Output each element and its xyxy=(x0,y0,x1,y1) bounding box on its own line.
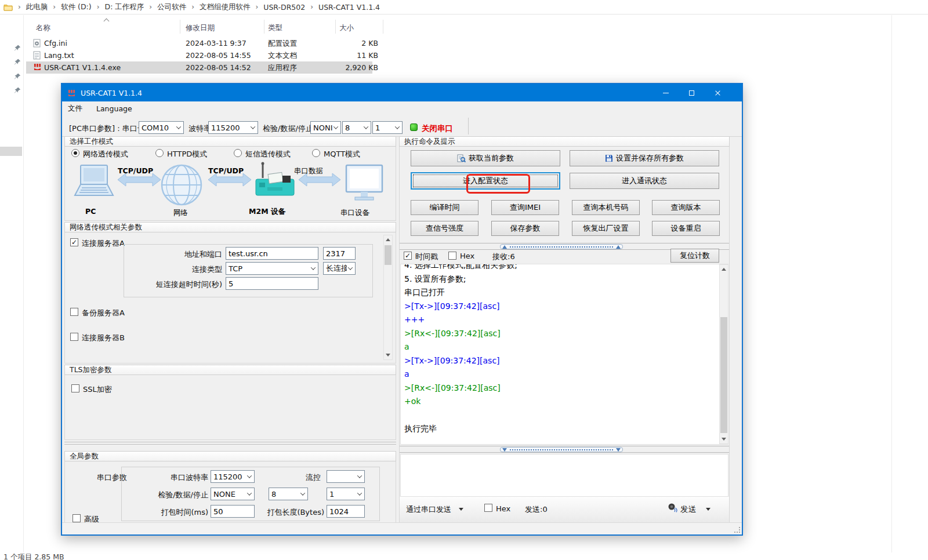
radio-httpd[interactable] xyxy=(155,149,164,157)
server-a-label[interactable]: 连接服务器A xyxy=(82,238,125,249)
chevron-down-icon[interactable] xyxy=(459,508,463,511)
recv-hex-label[interactable]: Hex xyxy=(460,252,474,260)
crumb-separator: › xyxy=(18,3,21,11)
packtime-input[interactable] xyxy=(211,505,255,518)
scroll-up-icon[interactable] xyxy=(720,266,728,274)
scroll-down-icon[interactable] xyxy=(720,435,728,443)
scroll-down-icon[interactable] xyxy=(384,351,392,359)
send-hex-label[interactable]: Hex xyxy=(496,504,510,513)
factory-reset-button[interactable]: 恢复出厂设置 xyxy=(572,221,640,236)
log-scrollbar[interactable] xyxy=(719,264,728,444)
column-header-name[interactable]: 名称 xyxy=(36,23,50,33)
column-divider[interactable] xyxy=(264,20,264,34)
ssl-checkbox[interactable] xyxy=(71,384,79,392)
stopbits-select[interactable]: 1 xyxy=(372,121,403,134)
column-divider[interactable] xyxy=(180,20,180,34)
breadcrumb-item[interactable]: 文档组使用软件 xyxy=(200,2,251,12)
conn-type-select[interactable]: TCP xyxy=(226,262,318,275)
save-all-button[interactable]: 设置并保存所有参数 xyxy=(570,150,719,166)
ssl-label[interactable]: SSL加密 xyxy=(83,384,112,395)
chevron-down-icon[interactable] xyxy=(706,508,710,511)
recv-hex-checkbox[interactable] xyxy=(448,252,456,260)
query-version-button[interactable]: 查询版本 xyxy=(652,200,720,215)
menu-file[interactable]: 文件 xyxy=(68,104,82,114)
timestamp-checkbox[interactable]: ✓ xyxy=(404,252,412,260)
enter-config-button[interactable]: 进入配置状态 xyxy=(411,172,560,190)
send-hex-checkbox[interactable] xyxy=(484,504,492,512)
timeout-input[interactable] xyxy=(226,277,318,290)
com-port-select[interactable]: COM10 xyxy=(139,121,184,134)
splitter-handle[interactable] xyxy=(400,446,729,453)
compile-time-button[interactable]: 编译时间 xyxy=(411,200,478,215)
column-header-type[interactable]: 类型 xyxy=(268,23,282,33)
global-parity-select[interactable]: NONE xyxy=(211,488,255,500)
table-row[interactable]: Cfg.ini 2024-03-11 9:37 配置设置 2 KB xyxy=(26,37,372,49)
splitter-arrow-icon xyxy=(502,245,507,249)
packlen-input[interactable] xyxy=(327,505,365,518)
column-divider[interactable] xyxy=(335,20,336,34)
breadcrumb-item[interactable]: USR-DR502 xyxy=(263,3,305,12)
reset-counter-button[interactable]: 复位计数 xyxy=(670,249,719,263)
resize-grip-dot xyxy=(739,527,740,528)
save-params-button[interactable]: 保存参数 xyxy=(491,221,559,236)
breadcrumb-item[interactable]: 软件 (D:) xyxy=(61,2,92,12)
server-port-input[interactable] xyxy=(323,247,356,260)
radio-mqtt[interactable] xyxy=(312,149,320,157)
query-imei-button[interactable]: 查询IMEI xyxy=(491,200,559,215)
databits-select[interactable]: 8 xyxy=(342,121,371,134)
column-header-date[interactable]: 修改日期 xyxy=(186,23,215,33)
server-address-input[interactable] xyxy=(226,247,318,260)
radio-sms-label[interactable]: 短信透传模式 xyxy=(245,149,291,159)
scrollbar-thumb[interactable] xyxy=(720,317,727,433)
send-button[interactable]: 发送 xyxy=(680,504,696,515)
log-output[interactable]: 4. 选择工作模式,配置相关参数; 5. 设置所有参数; 串口已打开 >[Tx-… xyxy=(400,264,728,445)
flow-select[interactable] xyxy=(327,470,365,483)
global-databits-select[interactable]: 8 xyxy=(269,488,308,500)
breadcrumb-item[interactable]: D: 工作程序 xyxy=(105,2,144,12)
resize-grip-dot xyxy=(739,529,740,530)
query-number-button[interactable]: 查询本机号码 xyxy=(572,200,640,215)
resize-grip[interactable] xyxy=(739,532,740,533)
get-params-button[interactable]: 获取当前参数 xyxy=(411,150,560,166)
global-baud-select[interactable]: 115200 xyxy=(211,470,255,483)
scrollbar-thumb[interactable] xyxy=(385,245,392,265)
enter-comm-button[interactable]: 进入通讯状态 xyxy=(570,173,719,189)
radio-sms[interactable] xyxy=(234,149,242,157)
net-params-scrollbar[interactable] xyxy=(383,235,393,360)
advanced-checkbox[interactable] xyxy=(72,514,81,522)
column-divider[interactable] xyxy=(383,20,383,34)
table-row[interactable]: Lang.txt 2022-08-05 14:55 文本文档 11 KB xyxy=(26,49,372,61)
column-header-size[interactable]: 大小 xyxy=(339,23,354,33)
scroll-up-icon[interactable] xyxy=(384,236,392,244)
maximize-button[interactable] xyxy=(679,84,705,101)
title-bar[interactable]: USR-CAT1 V1.1.4 xyxy=(62,84,742,101)
radio-net-transparent[interactable] xyxy=(71,149,79,157)
server-b-label[interactable]: 连接服务器B xyxy=(82,333,125,343)
baud-select[interactable]: 115200 xyxy=(208,121,258,134)
close-button[interactable] xyxy=(705,84,731,101)
server-b-checkbox[interactable] xyxy=(70,333,78,341)
minimize-button[interactable] xyxy=(652,84,679,101)
radio-net-transparent-label[interactable]: 网络透传模式 xyxy=(83,149,128,159)
breadcrumb-item[interactable]: 此电脑 xyxy=(26,2,48,12)
radio-mqtt-label[interactable]: MQTT模式 xyxy=(324,149,360,159)
backup-a-checkbox[interactable] xyxy=(70,308,78,316)
server-a-checkbox[interactable]: ✓ xyxy=(70,238,78,246)
send-input-area[interactable] xyxy=(400,454,728,497)
breadcrumb-item[interactable]: 公司软件 xyxy=(157,2,186,12)
timestamp-label[interactable]: 时间戳 xyxy=(415,252,438,262)
close-port-button[interactable]: 关闭串口 xyxy=(422,123,453,134)
sort-ascending-icon[interactable] xyxy=(104,19,110,24)
keepalive-select[interactable]: 长连接 xyxy=(323,262,356,275)
nav-pane-item[interactable] xyxy=(0,147,22,156)
global-stopbits-select[interactable]: 1 xyxy=(327,488,365,500)
menu-language[interactable]: Language xyxy=(96,104,132,113)
breadcrumb-item[interactable]: USR-CAT1 V1.1.4 xyxy=(318,3,380,12)
device-restart-button[interactable]: 设备重启 xyxy=(652,221,720,236)
signal-strength-button[interactable]: 查信号强度 xyxy=(411,221,478,236)
backup-a-label[interactable]: 备份服务器A xyxy=(82,308,125,318)
table-row-selected[interactable]: USR-CAT1 V1.1.4.exe 2022-08-05 14:52 应用程… xyxy=(26,61,372,74)
parity-select[interactable]: NONI xyxy=(310,121,341,134)
radio-httpd-label[interactable]: HTTPD模式 xyxy=(167,149,207,159)
send-via-serial-button[interactable]: 通过串口发送 xyxy=(406,504,451,515)
